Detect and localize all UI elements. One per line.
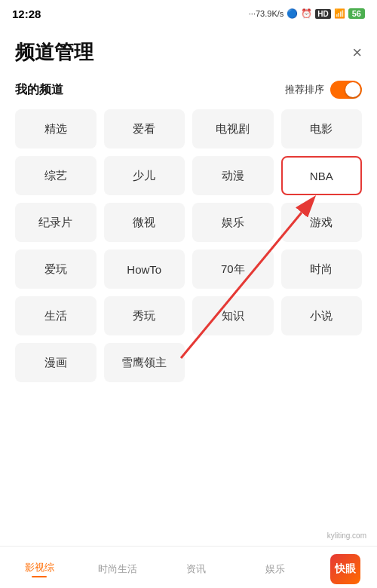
channel-cell-xiuwan[interactable]: 秀玩 xyxy=(104,296,185,335)
nav-item-zixun[interactable]: 资讯 xyxy=(157,547,235,588)
channel-cell-dianying[interactable]: 电影 xyxy=(281,109,363,149)
page-header: 频道管理 × xyxy=(15,39,362,66)
nav-label-yule: 娱乐 xyxy=(265,562,285,576)
nav-item-yule[interactable]: 娱乐 xyxy=(236,547,314,588)
channel-cell-shaor[interactable]: 少儿 xyxy=(104,156,185,195)
logo-text: 快眼 xyxy=(335,562,356,576)
channel-cell-yule[interactable]: 娱乐 xyxy=(192,203,274,242)
app-logo: 快眼 xyxy=(330,554,360,584)
nav-label-zixun: 资讯 xyxy=(186,562,206,576)
channel-cell-howto[interactable]: HowTo xyxy=(104,250,185,289)
channel-cell-weishi[interactable]: 微视 xyxy=(104,203,185,242)
status-time: 12:28 xyxy=(12,8,41,20)
channel-cell-70nian[interactable]: 70年 xyxy=(192,250,274,289)
bluetooth-icon: 🔵 xyxy=(287,8,298,19)
bottom-nav: 影视综 时尚生活 资讯 娱乐 快眼 xyxy=(0,546,377,588)
page-title: 频道管理 xyxy=(15,39,93,66)
nav-label-shishang: 时尚生活 xyxy=(98,562,137,576)
close-button[interactable]: × xyxy=(352,44,362,61)
channel-cell-dianshiju[interactable]: 电视剧 xyxy=(192,109,274,149)
status-icons: ···73.9K/s 🔵 ⏰ HD 📶 56 xyxy=(249,8,365,19)
nav-item-yingshizong[interactable]: 影视综 xyxy=(0,547,78,588)
nav-logo-area[interactable]: 快眼 xyxy=(314,547,377,588)
section-header: 我的频道 推荐排序 xyxy=(15,81,362,99)
page-content: 频道管理 × 我的频道 推荐排序 精选爱看电视剧电影综艺少儿动漫NBA纪录片微视… xyxy=(0,27,377,402)
toggle-knob xyxy=(345,82,360,97)
section-title: 我的频道 xyxy=(15,82,63,98)
channel-cell-aikan[interactable]: 爱看 xyxy=(104,109,185,149)
clock-icon: ⏰ xyxy=(301,8,312,19)
network-speed: ···73.9K/s xyxy=(249,9,284,18)
channel-cell-youxi[interactable]: 游戏 xyxy=(281,203,363,242)
hd-badge: HD xyxy=(315,9,330,19)
channel-cell-xueyinglingzhu[interactable]: 雪鹰领主 xyxy=(104,343,185,382)
recommend-sort-toggle[interactable] xyxy=(330,81,362,99)
channel-cell-dongman[interactable]: 动漫 xyxy=(192,156,274,195)
battery-icon: 56 xyxy=(348,8,365,19)
channel-cell-zongyi[interactable]: 综艺 xyxy=(15,156,97,195)
toggle-area: 推荐排序 xyxy=(285,81,362,99)
channel-cell-jingxuan[interactable]: 精选 xyxy=(15,109,97,149)
channel-cell-shenghuo[interactable]: 生活 xyxy=(15,296,97,335)
channel-cell-shishang[interactable]: 时尚 xyxy=(281,250,363,289)
toggle-label: 推荐排序 xyxy=(285,83,324,96)
signal-bars: 📶 xyxy=(334,8,345,19)
channel-grid: 精选爱看电视剧电影综艺少儿动漫NBA纪录片微视娱乐游戏爱玩HowTo70年时尚生… xyxy=(15,109,362,382)
channel-cell-manhua[interactable]: 漫画 xyxy=(15,343,97,382)
channel-cell-zhishi[interactable]: 知识 xyxy=(192,296,274,335)
nav-item-shishang[interactable]: 时尚生活 xyxy=(78,547,157,588)
watermark: kyliting.com xyxy=(324,530,369,541)
nav-label-yingshizong: 影视综 xyxy=(25,561,54,574)
channel-cell-jilupian[interactable]: 纪录片 xyxy=(15,203,97,242)
channel-cell-aiwan[interactable]: 爱玩 xyxy=(15,250,97,289)
channel-cell-nba[interactable]: NBA xyxy=(281,156,363,195)
nav-active-indicator xyxy=(32,576,47,577)
status-bar: 12:28 ···73.9K/s 🔵 ⏰ HD 📶 56 xyxy=(0,0,377,27)
channel-cell-xiaoshuo[interactable]: 小说 xyxy=(281,296,363,335)
